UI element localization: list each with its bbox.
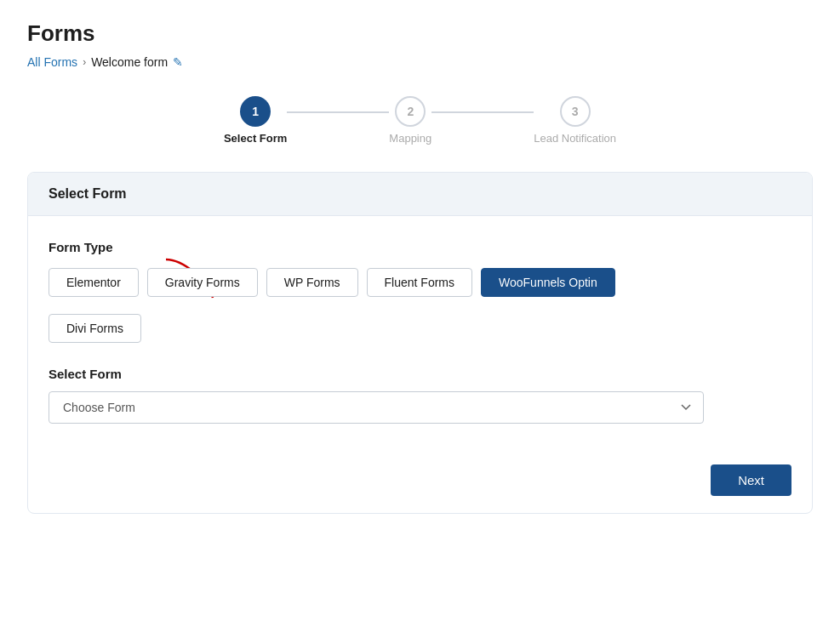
select-form-section: Select Form Choose Form: [49, 367, 791, 424]
step-2-circle: 2: [395, 96, 426, 127]
next-button[interactable]: Next: [711, 464, 791, 496]
step-1-label: Select Form: [224, 132, 287, 145]
breadcrumb-current: Welcome form ✎: [91, 55, 183, 69]
edit-icon[interactable]: ✎: [173, 55, 183, 69]
form-type-btn-fluent-forms[interactable]: Fluent Forms: [367, 268, 472, 297]
breadcrumb: All Forms › Welcome form ✎: [27, 55, 813, 69]
choose-form-select[interactable]: Choose Form: [49, 391, 704, 424]
step-2: 2 Mapping: [389, 96, 431, 145]
form-type-btn-gravity-forms[interactable]: Gravity Forms: [147, 268, 258, 297]
page-title: Forms: [27, 20, 813, 47]
card-header: Select Form: [28, 173, 812, 216]
card-body: Form Type Elementor Gravity Forms WP For…: [28, 216, 812, 447]
form-type-buttons: Elementor Gravity Forms WP Forms Fluent …: [49, 268, 791, 343]
form-type-btn-elementor[interactable]: Elementor: [49, 268, 139, 297]
select-form-label: Select Form: [49, 367, 791, 381]
form-type-btn-divi-forms[interactable]: Divi Forms: [49, 314, 141, 343]
step-1-circle: 1: [240, 96, 271, 127]
form-type-label: Form Type: [49, 240, 791, 254]
card-footer: Next: [28, 447, 812, 513]
form-type-btn-wp-forms[interactable]: WP Forms: [266, 268, 358, 297]
main-card: Select Form Form Type Elementor: [27, 172, 813, 514]
step-3-label: Lead Notification: [534, 132, 616, 145]
breadcrumb-separator: ›: [83, 56, 86, 68]
step-3: 3 Lead Notification: [534, 96, 616, 145]
step-connector-2: [431, 111, 534, 113]
step-connector-1: [287, 111, 389, 113]
step-3-circle: 3: [560, 96, 591, 127]
step-1: 1 Select Form: [224, 96, 287, 145]
form-type-btn-woofunnels-optin[interactable]: WooFunnels Optin: [481, 268, 615, 297]
step-2-label: Mapping: [389, 132, 431, 145]
breadcrumb-all-forms[interactable]: All Forms: [27, 55, 77, 69]
stepper: 1 Select Form 2 Mapping 3 Lead Notificat…: [27, 96, 813, 145]
